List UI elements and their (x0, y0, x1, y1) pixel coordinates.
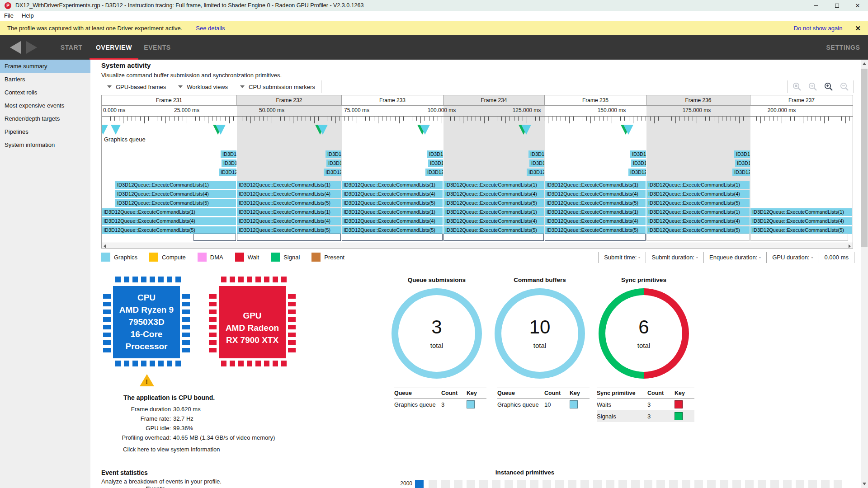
execute-command-lists-bar[interactable]: ID3D12Queue::ExecuteCommandLists(5) (750, 226, 852, 234)
execute-command-lists-bar[interactable]: ID3D12Queue::ExecuteCommandLists(1) (237, 208, 341, 216)
execute-command-lists-bar[interactable]: ID3D12Queue::ExecuteCommandLists(4) (545, 217, 646, 225)
cpu-marker-icon[interactable] (111, 125, 121, 135)
execute-command-lists-bar[interactable]: ID3D12Queue::ExecuteCommandLists(4) (750, 217, 852, 225)
execute-command-lists-bar[interactable]: ID3D12Queue::ExecuteCommandLists(5) (237, 199, 341, 207)
sidebar-item-barriers[interactable]: Barriers (0, 73, 90, 86)
system-information-link[interactable]: Click here to view system information (123, 446, 220, 453)
cpu-marker-icon[interactable] (318, 125, 328, 135)
execute-command-lists-bar[interactable]: ID3D12Queue::ExecuteCommandLists(1) (342, 208, 443, 216)
command-buffer-bar[interactable]: ID3D12 (326, 150, 341, 158)
execute-command-lists-bar[interactable]: ID3D12Queue::ExecuteCommandLists(1) (115, 181, 236, 189)
execute-command-lists-bar[interactable]: ID3D12Queue::ExecuteCommandLists(4) (102, 217, 236, 225)
command-buffer-bar[interactable]: ID3D12 (528, 150, 544, 158)
execute-command-lists-bar[interactable]: ID3D12Queue::ExecuteCommandLists(4) (443, 217, 544, 225)
cpu-marker-icon[interactable] (521, 125, 531, 135)
execute-command-lists-bar[interactable]: ID3D12Queue::ExecuteCommandLists(1) (342, 181, 443, 189)
see-details-link[interactable]: See details (196, 25, 225, 32)
command-buffer-bar[interactable]: ID3D12 (628, 169, 646, 176)
sidebar-item-context-rolls[interactable]: Context rolls (0, 86, 90, 99)
execute-command-lists-bar[interactable]: ID3D12Queue::ExecuteCommandLists(4) (237, 217, 341, 225)
tab-start[interactable]: START (53, 35, 90, 60)
sidebar-item-render-depth-targets[interactable]: Render/depth targets (0, 112, 90, 125)
scroll-up-icon[interactable] (863, 62, 866, 65)
zoom-in-icon[interactable] (824, 82, 834, 92)
execute-command-lists-bar[interactable]: ID3D12Queue::ExecuteCommandLists(1) (646, 208, 750, 216)
command-buffer-bar[interactable]: ID3D12 (529, 160, 544, 167)
execute-command-lists-bar[interactable]: ID3D12Queue::ExecuteCommandLists(4) (342, 217, 443, 225)
execute-command-lists-bar[interactable]: ID3D12Queue::ExecuteCommandLists(1) (237, 181, 341, 189)
zoom-to-selection-icon[interactable] (792, 82, 802, 92)
tab-overview[interactable]: OVERVIEW (90, 35, 138, 60)
command-buffer-bar[interactable]: ID3D12 (732, 169, 750, 176)
command-buffer-bar[interactable]: ID3D12 (221, 150, 236, 158)
dropdown-gpu-based-frames[interactable]: GPU-based frames (101, 80, 172, 93)
execute-command-lists-bar[interactable]: ID3D12Queue::ExecuteCommandLists(5) (102, 226, 236, 234)
execute-command-lists-bar[interactable]: ID3D12Queue::ExecuteCommandLists(5) (237, 226, 341, 234)
execute-command-lists-bar[interactable]: ID3D12Queue::ExecuteCommandLists(1) (443, 208, 544, 216)
execute-command-lists-bar[interactable]: ID3D12Queue::ExecuteCommandLists(1) (646, 181, 750, 189)
cpu-marker-icon[interactable] (101, 125, 108, 135)
scrollbar-thumb[interactable] (861, 69, 868, 247)
execute-command-lists-bar[interactable]: ID3D12Queue::ExecuteCommandLists(5) (342, 199, 443, 207)
scroll-right-icon[interactable] (849, 244, 851, 248)
command-buffer-bar[interactable]: ID3D12 (735, 160, 750, 167)
sidebar-item-most-expensive-events[interactable]: Most expensive events (0, 99, 90, 112)
do-not-show-again-link[interactable]: Do not show again (794, 25, 843, 32)
command-buffer-bar[interactable]: ID3D12 (425, 169, 443, 176)
execute-command-lists-bar[interactable]: ID3D12Queue::ExecuteCommandLists(1) (750, 208, 852, 216)
execute-command-lists-bar[interactable]: ID3D12Queue::ExecuteCommandLists(4) (115, 190, 236, 198)
command-buffer-bar[interactable]: ID3D12 (527, 169, 544, 176)
scroll-down-icon[interactable] (863, 483, 866, 485)
execute-command-lists-bar[interactable]: ID3D12Queue::ExecuteCommandLists(4) (443, 190, 544, 198)
dropdown-workload-views[interactable]: Workload views (172, 80, 234, 93)
cpu-marker-icon[interactable] (216, 125, 226, 135)
tab-settings[interactable]: SETTINGS (818, 35, 868, 60)
execute-command-lists-bar[interactable]: ID3D12Queue::ExecuteCommandLists(4) (342, 190, 443, 198)
command-buffer-bar[interactable]: ID3D12 (427, 150, 443, 158)
execute-command-lists-bar[interactable]: ID3D12Queue::ExecuteCommandLists(1) (102, 208, 236, 216)
dropdown-cpu-submission-markers[interactable]: CPU submission markers (234, 80, 321, 93)
command-buffer-bar[interactable]: ID3D12 (734, 150, 750, 158)
command-buffer-bar[interactable]: ID3D12 (222, 160, 236, 167)
command-buffer-bar[interactable]: ID3D12 (324, 169, 341, 176)
minimize-button[interactable] (806, 0, 826, 11)
execute-command-lists-bar[interactable]: ID3D12Queue::ExecuteCommandLists(4) (646, 217, 750, 225)
command-buffer-bar[interactable]: ID3D12 (631, 160, 646, 167)
menu-item-file[interactable]: File (0, 11, 18, 21)
command-buffer-bar[interactable]: ID3D12 (326, 160, 341, 167)
tab-events[interactable]: EVENTS (138, 35, 176, 60)
execute-command-lists-bar[interactable]: ID3D12Queue::ExecuteCommandLists(4) (646, 190, 750, 198)
sidebar-item-pipelines[interactable]: Pipelines (0, 125, 90, 138)
execute-command-lists-bar[interactable]: ID3D12Queue::ExecuteCommandLists(1) (545, 208, 646, 216)
execute-command-lists-bar[interactable]: ID3D12Queue::ExecuteCommandLists(1) (545, 181, 646, 189)
menu-item-help[interactable]: Help (18, 11, 38, 21)
cpu-marker-icon[interactable] (623, 125, 633, 135)
execute-command-lists-bar[interactable]: ID3D12Queue::ExecuteCommandLists(5) (443, 199, 544, 207)
back-arrow-icon[interactable] (10, 41, 21, 54)
execute-command-lists-bar[interactable]: ID3D12Queue::ExecuteCommandLists(5) (646, 199, 750, 207)
sidebar-item-system-information[interactable]: System information (0, 138, 90, 151)
command-buffer-bar[interactable]: ID3D12 (630, 150, 646, 158)
execute-command-lists-bar[interactable]: ID3D12Queue::ExecuteCommandLists(5) (342, 226, 443, 234)
system-activity-timeline[interactable]: Graphics queue Frame 231Frame 232Frame 2… (101, 95, 853, 249)
execute-command-lists-bar[interactable]: ID3D12Queue::ExecuteCommandLists(4) (545, 190, 646, 198)
execute-command-lists-bar[interactable]: ID3D12Queue::ExecuteCommandLists(5) (646, 226, 750, 234)
scroll-left-icon[interactable] (104, 244, 106, 248)
execute-command-lists-bar[interactable]: ID3D12Queue::ExecuteCommandLists(5) (545, 199, 646, 207)
zoom-out-icon[interactable] (840, 82, 849, 92)
execute-command-lists-bar[interactable]: ID3D12Queue::ExecuteCommandLists(5) (115, 199, 236, 207)
vertical-scrollbar[interactable] (861, 60, 868, 488)
sidebar-item-frame-summary[interactable]: Frame summary (0, 60, 90, 73)
execute-command-lists-bar[interactable]: ID3D12Queue::ExecuteCommandLists(5) (545, 226, 646, 234)
timeline-horizontal-scrollbar[interactable] (102, 243, 853, 249)
command-buffer-bar[interactable]: ID3D12 (219, 169, 236, 176)
command-buffer-bar[interactable]: ID3D12 (428, 160, 443, 167)
forward-arrow-icon[interactable] (26, 41, 37, 54)
execute-command-lists-bar[interactable]: ID3D12Queue::ExecuteCommandLists(5) (443, 226, 544, 234)
execute-command-lists-bar[interactable]: ID3D12Queue::ExecuteCommandLists(4) (237, 190, 341, 198)
cpu-marker-icon[interactable] (420, 125, 430, 135)
close-button[interactable]: ✕ (847, 0, 868, 11)
execute-command-lists-bar[interactable]: ID3D12Queue::ExecuteCommandLists(1) (443, 181, 544, 189)
banner-close-icon[interactable]: ✕ (855, 24, 861, 33)
maximize-button[interactable] (826, 0, 847, 11)
